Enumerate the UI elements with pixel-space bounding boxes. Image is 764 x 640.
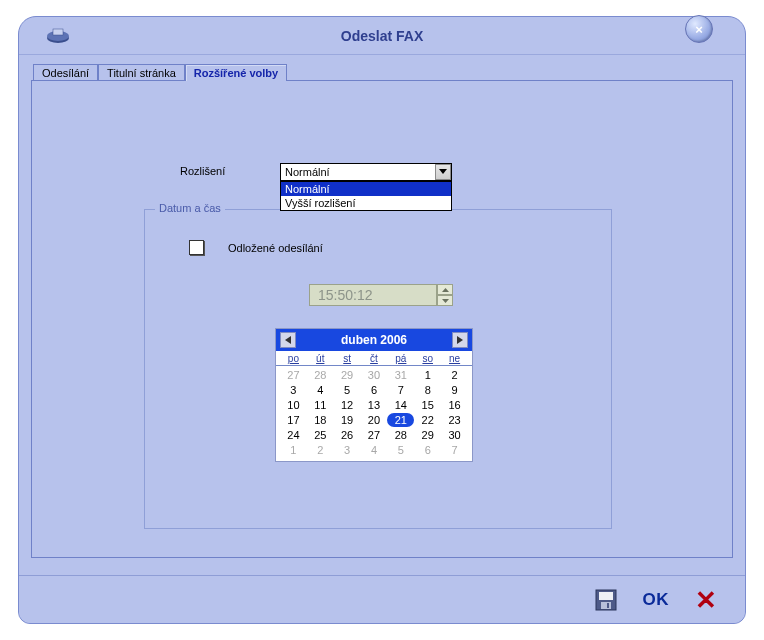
calendar-day[interactable]: 3: [334, 443, 361, 457]
calendar-day[interactable]: 5: [387, 443, 414, 457]
dow-sat: so: [414, 353, 441, 364]
calendar-day[interactable]: 21: [387, 413, 414, 427]
calendar-day[interactable]: 18: [307, 413, 334, 427]
datetime-group: Datum a čas Odložené odesílání 15:50:12: [144, 209, 612, 529]
calendar-day[interactable]: 2: [441, 368, 468, 382]
calendar-day[interactable]: 17: [280, 413, 307, 427]
tab-panel-advanced: Rozlišení Normální Normální Vyšší rozliš…: [31, 80, 733, 558]
calendar-day[interactable]: 4: [361, 443, 388, 457]
delayed-send-row: Odložené odesílání: [189, 240, 323, 255]
svg-marker-6: [285, 336, 291, 344]
calendar-day[interactable]: 4: [307, 383, 334, 397]
cancel-button[interactable]: ✕: [695, 587, 717, 613]
calendar-day[interactable]: 23: [441, 413, 468, 427]
dow-thu: čt: [361, 353, 388, 364]
calendar-day[interactable]: 13: [361, 398, 388, 412]
calendar-day[interactable]: 27: [280, 368, 307, 382]
calendar-grid: 2728293031123456789101112131415161718192…: [276, 366, 472, 461]
dow-sun: ne: [441, 353, 468, 364]
calendar-day[interactable]: 5: [334, 383, 361, 397]
calendar-day[interactable]: 11: [307, 398, 334, 412]
calendar-day[interactable]: 10: [280, 398, 307, 412]
svg-marker-3: [439, 169, 447, 174]
calendar-day[interactable]: 29: [414, 428, 441, 442]
title-bar: Odeslat FAX: [19, 17, 745, 55]
calendar-prev-button[interactable]: [280, 332, 296, 348]
calendar-day[interactable]: 31: [387, 368, 414, 382]
calendar-dow-row: po út st čt pá so ne: [276, 351, 472, 366]
calendar-day[interactable]: 22: [414, 413, 441, 427]
calendar-day[interactable]: 30: [441, 428, 468, 442]
calendar-day[interactable]: 9: [441, 383, 468, 397]
save-button[interactable]: [595, 589, 617, 611]
svg-marker-7: [457, 336, 463, 344]
dow-fri: pá: [387, 353, 414, 364]
svg-marker-4: [442, 288, 449, 292]
svg-rect-9: [599, 592, 613, 600]
calendar-day[interactable]: 26: [334, 428, 361, 442]
calendar-next-button[interactable]: [452, 332, 468, 348]
time-up-button[interactable]: [437, 284, 453, 295]
tab-send[interactable]: Odesílání: [33, 64, 98, 81]
resolution-value: Normální: [285, 166, 330, 178]
calendar-day[interactable]: 14: [387, 398, 414, 412]
window-title: Odeslat FAX: [341, 28, 423, 44]
calendar-day[interactable]: 16: [441, 398, 468, 412]
resolution-dropdown-list: Normální Vyšší rozlišení: [280, 181, 452, 211]
calendar-day[interactable]: 6: [414, 443, 441, 457]
calendar-header: duben 2006: [276, 329, 472, 351]
dow-wed: st: [334, 353, 361, 364]
time-down-button[interactable]: [437, 295, 453, 306]
time-value: 15:50:12: [309, 284, 437, 306]
calendar-day[interactable]: 15: [414, 398, 441, 412]
calendar-title: duben 2006: [341, 333, 407, 347]
dow-tue: út: [307, 353, 334, 364]
tab-advanced[interactable]: Rozšířené volby: [185, 64, 287, 81]
resolution-option-high[interactable]: Vyšší rozlišení: [281, 196, 451, 210]
calendar-day[interactable]: 7: [387, 383, 414, 397]
printer-icon: [45, 27, 71, 48]
resolution-combo[interactable]: Normální: [280, 163, 452, 181]
calendar-day[interactable]: 20: [361, 413, 388, 427]
calendar-day[interactable]: 28: [387, 428, 414, 442]
tab-cover-page[interactable]: Titulní stránka: [98, 64, 185, 81]
resolution-row: Rozlišení Normální: [180, 163, 452, 181]
delayed-send-checkbox[interactable]: [189, 240, 204, 255]
delayed-send-label: Odložené odesílání: [228, 242, 323, 254]
calendar-day[interactable]: 12: [334, 398, 361, 412]
calendar-day[interactable]: 1: [414, 368, 441, 382]
resolution-option-normal[interactable]: Normální: [281, 182, 451, 196]
calendar-day[interactable]: 6: [361, 383, 388, 397]
calendar-day[interactable]: 19: [334, 413, 361, 427]
calendar-day[interactable]: 2: [307, 443, 334, 457]
calendar-day[interactable]: 27: [361, 428, 388, 442]
ok-button[interactable]: OK: [643, 590, 670, 610]
time-spinner[interactable]: 15:50:12: [309, 284, 453, 306]
calendar: duben 2006 po út st čt pá so ne 27282930…: [275, 328, 473, 462]
calendar-day[interactable]: 3: [280, 383, 307, 397]
fax-dialog: × Odeslat FAX Odesílání Titulní stránka …: [18, 16, 746, 624]
calendar-day[interactable]: 7: [441, 443, 468, 457]
svg-rect-2: [53, 29, 63, 35]
calendar-day[interactable]: 29: [334, 368, 361, 382]
calendar-day[interactable]: 25: [307, 428, 334, 442]
dow-mon: po: [280, 353, 307, 364]
calendar-day[interactable]: 28: [307, 368, 334, 382]
tabs: Odesílání Titulní stránka Rozšířené volb…: [19, 55, 745, 80]
calendar-day[interactable]: 1: [280, 443, 307, 457]
chevron-down-icon[interactable]: [435, 164, 451, 180]
calendar-day[interactable]: 30: [361, 368, 388, 382]
calendar-day[interactable]: 24: [280, 428, 307, 442]
svg-rect-10: [601, 602, 611, 609]
svg-rect-11: [607, 603, 609, 608]
svg-marker-5: [442, 299, 449, 303]
resolution-label: Rozlišení: [180, 163, 280, 177]
datetime-legend: Datum a čas: [155, 202, 225, 214]
dialog-buttons: OK ✕: [19, 575, 745, 623]
calendar-day[interactable]: 8: [414, 383, 441, 397]
